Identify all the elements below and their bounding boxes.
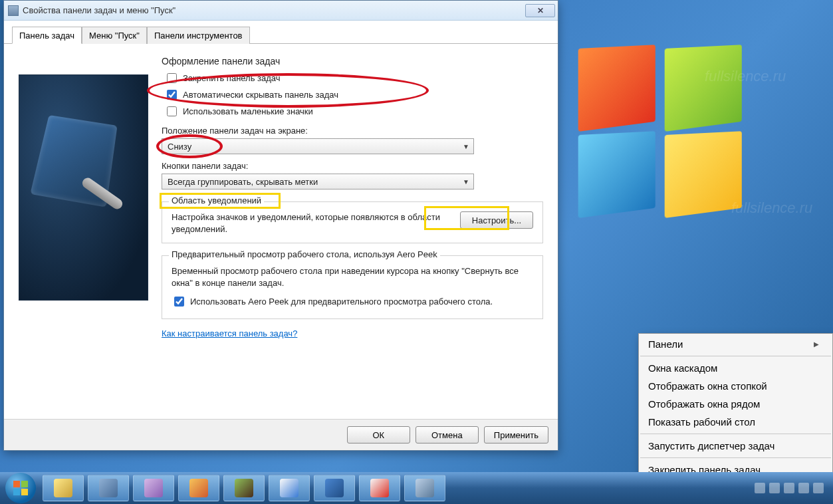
lock-taskbar-checkbox[interactable]: [167, 73, 177, 83]
configure-button[interactable]: Настроить...: [460, 211, 533, 229]
tray-icon[interactable]: [798, 483, 809, 493]
snip-icon: [144, 479, 163, 497]
ok-button[interactable]: ОК: [347, 426, 410, 443]
lock-taskbar-label: Закрепить панель задач: [183, 73, 281, 83]
snip-task-button[interactable]: [133, 475, 174, 501]
menu-sidebyside[interactable]: Отображать окна рядом: [639, 395, 832, 413]
office-icon: [280, 479, 298, 497]
aero-peek-checkbox[interactable]: [174, 297, 184, 307]
chrome-task-button[interactable]: [359, 475, 400, 501]
menu-panels-label: Панели: [648, 338, 683, 350]
menu-taskmanager-label: Запустить диспетчер задач: [648, 440, 774, 451]
autohide-label: Автоматически скрывать панель задач: [183, 90, 338, 100]
notification-legend: Область уведомлений: [169, 195, 264, 205]
cancel-button[interactable]: Отмена: [416, 426, 479, 443]
regedit-icon: [416, 479, 434, 497]
minecraft-task-button[interactable]: [223, 475, 265, 501]
sidebar-illustration: [19, 55, 148, 411]
taskbar[interactable]: [0, 472, 833, 504]
menu-separator: [640, 457, 831, 458]
paint-icon: [189, 479, 208, 497]
small-icons-checkbox[interactable]: [167, 106, 177, 116]
menu-panels[interactable]: Панели ▶: [639, 335, 832, 353]
autohide-checkbox[interactable]: [167, 90, 177, 100]
explorer-icon: [54, 479, 72, 497]
apply-button[interactable]: Применить: [484, 426, 548, 443]
peek-text: Временный просмотр рабочего стола при на…: [172, 265, 533, 289]
taskbar-properties-dialog: Свойства панели задач и меню "Пуск" ✕ Па…: [3, 0, 558, 451]
small-icons-label: Использовать маленькие значки: [183, 106, 313, 116]
help-link[interactable]: Как настраивается панель задач?: [162, 328, 297, 338]
menu-show-desktop-label: Показать рабочий стол: [648, 416, 755, 428]
menu-separator: [640, 434, 831, 434]
system-tray[interactable]: [755, 483, 828, 493]
settings-icon: [99, 479, 118, 497]
explorer-task-button[interactable]: [43, 475, 84, 501]
form-area: Оформление панели задач Закрепить панель…: [162, 55, 543, 411]
buttons-label: Кнопки панели задач:: [162, 161, 543, 171]
thunderbird-task-button[interactable]: [314, 475, 355, 501]
chrome-icon: [370, 479, 389, 497]
settings-task-button[interactable]: [88, 475, 129, 501]
peek-legend: Предварительный просмотр рабочего стола,…: [169, 249, 440, 259]
aero-peek-group: Предварительный просмотр рабочего стола,…: [162, 255, 543, 319]
notification-text: Настройка значков и уведомлений, которые…: [172, 211, 449, 235]
office-task-button[interactable]: [269, 475, 310, 501]
aero-peek-label: Использовать Aero Peek для предварительн…: [190, 297, 493, 307]
minecraft-icon: [235, 479, 253, 497]
chevron-down-icon: ▼: [463, 178, 469, 186]
windows7-logo: [578, 47, 765, 233]
tab-toolbars[interactable]: Панели инструментов: [147, 27, 250, 44]
start-button[interactable]: [5, 473, 36, 503]
regedit-task-button[interactable]: [404, 475, 445, 501]
menu-show-desktop[interactable]: Показать рабочий стол: [639, 413, 832, 431]
menu-sidebyside-label: Отображать окна рядом: [648, 398, 760, 410]
appearance-heading: Оформление панели задач: [162, 56, 543, 66]
paint-task-button[interactable]: [178, 475, 219, 501]
position-label: Положение панели задач на экране:: [162, 126, 543, 136]
titlebar: Свойства панели задач и меню "Пуск" ✕: [4, 1, 558, 21]
tray-icon[interactable]: [769, 483, 780, 493]
menu-separator: [640, 356, 831, 356]
menu-cascade[interactable]: Окна каскадом: [639, 359, 832, 377]
buttons-value: Всегда группировать, скрывать метки: [168, 177, 318, 187]
thunderbird-icon: [325, 479, 344, 497]
window-title: Свойства панели задач и меню "Пуск": [23, 5, 525, 15]
menu-taskmanager[interactable]: Запустить диспетчер задач: [639, 437, 832, 455]
close-button[interactable]: ✕: [525, 4, 555, 17]
tray-icon[interactable]: [784, 483, 794, 493]
system-icon: [8, 5, 19, 16]
menu-cascade-label: Окна каскадом: [648, 362, 717, 374]
button-bar: ОК Отмена Применить: [4, 419, 558, 450]
menu-stack-label: Отображать окна стопкой: [648, 380, 767, 392]
tab-bar: Панель задач Меню "Пуск" Панели инструме…: [4, 21, 558, 44]
buttons-combobox[interactable]: Всегда группировать, скрывать метки ▼: [162, 174, 474, 189]
tray-icon[interactable]: [755, 483, 765, 493]
tray-icon[interactable]: [813, 483, 824, 493]
submenu-arrow-icon: ▶: [814, 340, 819, 348]
position-combobox[interactable]: Снизу ▼: [162, 138, 474, 154]
menu-stack[interactable]: Отображать окна стопкой: [639, 377, 832, 395]
chevron-down-icon: ▼: [463, 143, 469, 150]
tab-taskbar[interactable]: Панель задач: [12, 27, 82, 44]
notification-area-group: Область уведомлений Настройка значков и …: [162, 201, 543, 243]
tab-startmenu[interactable]: Меню "Пуск": [82, 27, 147, 44]
position-value: Снизу: [168, 142, 191, 152]
